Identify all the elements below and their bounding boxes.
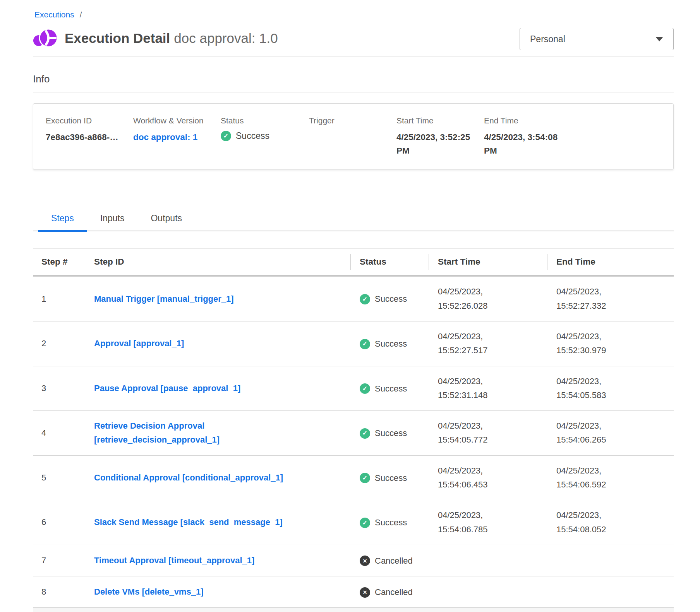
tab-inputs[interactable]: Inputs <box>87 209 138 231</box>
step-link[interactable]: Conditional Approval [conditional_approv… <box>94 473 283 482</box>
step-link[interactable]: Retrieve Decision Approval [retrieve_dec… <box>94 421 220 444</box>
status-label: Success <box>375 292 407 306</box>
end-time: 04/25/2023, 15:54:05.583 <box>547 366 674 411</box>
step-link[interactable]: Delete VMs [delete_vms_1] <box>94 587 203 597</box>
tabs: Steps Inputs Outputs <box>33 209 674 231</box>
status-label: Success <box>375 382 407 396</box>
info-field-end-time: End Time 4/25/2023, 3:54:08 PM <box>484 116 661 158</box>
table-row: 6 Slack Send Message [slack_send_message… <box>33 500 674 545</box>
execution-detail-page: Executions / Execution Detaildoc approva… <box>0 0 700 612</box>
field-label: Workflow & Version <box>133 116 221 125</box>
breadcrumb-separator: / <box>80 10 82 19</box>
page-title-subtitle: doc approval: 1.0 <box>174 31 278 46</box>
step-link[interactable]: Manual Trigger [manual_trigger_1] <box>94 294 234 304</box>
status-label: Success <box>375 471 407 485</box>
tab-outputs[interactable]: Outputs <box>137 209 195 231</box>
chevron-down-icon <box>655 37 663 41</box>
table-row: 8 Delete VMs [delete_vms_1] Cancelled <box>33 576 674 608</box>
success-icon <box>360 428 370 439</box>
table-header-row: Step # Step ID Status Start Time End Tim… <box>33 248 674 276</box>
step-link[interactable]: Approval [approval_1] <box>94 338 184 348</box>
start-time: 04/25/2023, 15:52:31.148 <box>429 366 547 411</box>
page-bottom-strip <box>33 608 674 612</box>
status-label: Success <box>375 426 407 440</box>
field-label: Trigger <box>309 116 396 125</box>
start-time <box>429 576 547 608</box>
info-field-trigger: Trigger <box>309 116 396 158</box>
end-time: 04/25/2023, 15:54:06.265 <box>547 411 674 456</box>
start-time: 04/25/2023, 15:54:06.453 <box>429 455 547 500</box>
end-time: 04/25/2023, 15:52:27.332 <box>547 276 674 321</box>
start-time: 04/25/2023, 15:54:06.785 <box>429 500 547 545</box>
start-time: 04/25/2023, 15:52:26.028 <box>429 276 547 321</box>
workflow-version-link[interactable]: doc approval: 1 <box>133 131 204 144</box>
step-number: 6 <box>33 500 85 545</box>
scope-dropdown[interactable]: Personal <box>520 28 674 50</box>
step-number: 8 <box>33 576 85 608</box>
end-time: 04/25/2023, 15:52:30.979 <box>547 321 674 366</box>
field-label: End Time <box>484 116 661 125</box>
status-label: Success <box>375 516 407 530</box>
info-field-workflow-version: Workflow & Version doc approval: 1 <box>133 116 221 158</box>
success-icon <box>221 131 231 141</box>
success-icon <box>360 294 370 304</box>
success-icon <box>360 518 370 528</box>
status-value: Success <box>236 131 269 141</box>
column-header-step-number: Step # <box>33 248 85 276</box>
info-field-execution-id: Execution ID 7e8ac396-a868-… <box>46 116 133 158</box>
steps-table: Step # Step ID Status Start Time End Tim… <box>33 248 674 608</box>
page-title-main: Execution Detail <box>65 31 170 46</box>
step-number: 1 <box>33 276 85 321</box>
step-number: 5 <box>33 455 85 500</box>
table-row: 1 Manual Trigger [manual_trigger_1] Succ… <box>33 276 674 321</box>
end-time: 04/25/2023, 15:54:06.592 <box>547 455 674 500</box>
table-row: 3 Pause Approval [pause_approval_1] Succ… <box>33 366 674 411</box>
success-icon <box>360 473 370 483</box>
info-field-status: Status Success <box>221 116 309 158</box>
title-row: Execution Detaildoc approval: 1.0 Person… <box>33 26 674 50</box>
start-time: 04/25/2023, 15:54:05.772 <box>429 411 547 456</box>
scope-dropdown-value: Personal <box>530 34 565 44</box>
workflow-branch-icon <box>33 27 58 50</box>
end-time <box>547 545 674 576</box>
field-label: Status <box>221 116 309 125</box>
column-header-start-time: Start Time <box>429 248 547 276</box>
title-divider <box>33 56 674 57</box>
tab-steps[interactable]: Steps <box>38 209 87 231</box>
start-time-value: 4/25/2023, 3:52:25 PM <box>396 131 484 158</box>
end-time <box>547 576 674 608</box>
step-link[interactable]: Pause Approval [pause_approval_1] <box>94 383 240 393</box>
start-time: 04/25/2023, 15:52:27.517 <box>429 321 547 366</box>
info-field-start-time: Start Time 4/25/2023, 3:52:25 PM <box>396 116 484 158</box>
table-row: 4 Retrieve Decision Approval [retrieve_d… <box>33 411 674 456</box>
end-time-value: 4/25/2023, 3:54:08 PM <box>484 131 661 158</box>
table-row: 2 Approval [approval_1] Success 04/25/20… <box>33 321 674 366</box>
step-link[interactable]: Slack Send Message [slack_send_message_1… <box>94 517 283 527</box>
table-row: 5 Conditional Approval [conditional_appr… <box>33 455 674 500</box>
info-card: Execution ID 7e8ac396-a868-… Workflow & … <box>33 103 674 170</box>
cancelled-icon <box>360 587 370 598</box>
breadcrumb: Executions / <box>34 10 674 19</box>
step-number: 4 <box>33 411 85 456</box>
success-icon <box>360 383 370 394</box>
column-header-status: Status <box>350 248 429 276</box>
status-label: Success <box>375 337 407 351</box>
step-link[interactable]: Timeout Approval [timeout_approval_1] <box>94 556 254 565</box>
status-label: Cancelled <box>375 585 413 599</box>
info-section-title: Info <box>33 73 674 85</box>
page-title: Execution Detaildoc approval: 1.0 <box>65 27 278 50</box>
info-divider <box>33 92 674 92</box>
field-label: Start Time <box>396 116 484 125</box>
start-time <box>429 545 547 576</box>
breadcrumb-link-executions[interactable]: Executions <box>34 10 74 19</box>
execution-id-value: 7e8ac396-a868-… <box>46 131 133 144</box>
column-header-end-time: End Time <box>547 248 674 276</box>
table-row: 7 Timeout Approval [timeout_approval_1] … <box>33 545 674 576</box>
field-label: Execution ID <box>46 116 133 125</box>
status-label: Cancelled <box>375 554 413 568</box>
end-time: 04/25/2023, 15:54:08.052 <box>547 500 674 545</box>
cancelled-icon <box>360 556 370 566</box>
column-header-step-id: Step ID <box>85 248 350 276</box>
step-number: 3 <box>33 366 85 411</box>
step-number: 7 <box>33 545 85 576</box>
